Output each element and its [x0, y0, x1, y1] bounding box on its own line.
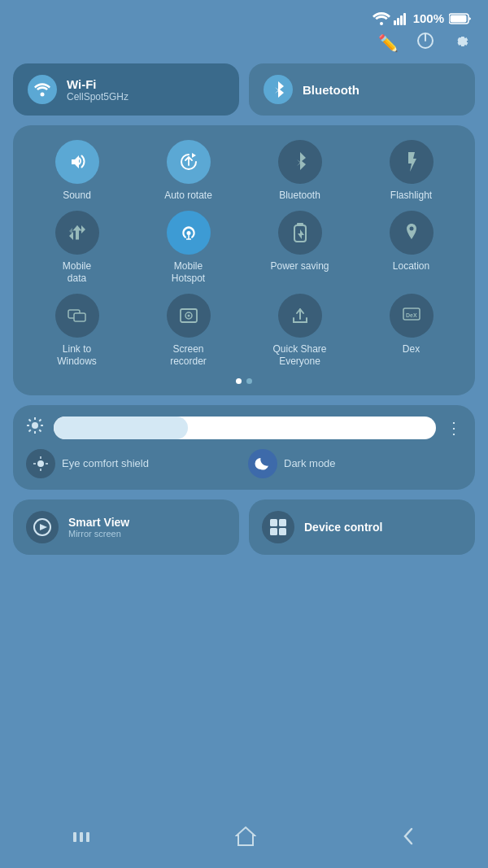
dex-label: Dex [403, 343, 420, 356]
home-icon[interactable] [235, 826, 256, 852]
mobile-data-icon [55, 211, 99, 255]
svg-point-29 [37, 460, 44, 467]
svg-line-26 [39, 430, 41, 432]
back-icon[interactable] [400, 826, 416, 852]
wifi-toggle[interactable]: Wi-Fi CellSpot5GHz [13, 63, 239, 116]
location-icon [390, 211, 434, 255]
bluetooth-toggle-icon [264, 75, 293, 104]
dark-mode-label: Dark mode [284, 457, 336, 469]
bluetooth-toggle[interactable]: Bluetooth [249, 63, 475, 116]
svg-rect-40 [73, 832, 76, 842]
qs-power-saving[interactable]: Power saving [246, 211, 354, 286]
recent-apps-icon[interactable] [72, 827, 91, 850]
svg-rect-6 [451, 15, 467, 22]
sound-icon [55, 140, 99, 184]
device-control-title: Device control [304, 521, 382, 534]
svg-point-20 [32, 422, 38, 429]
mobile-data-label: Mobile data [63, 260, 91, 286]
quick-share-icon [278, 294, 322, 338]
top-toggles: Wi-Fi CellSpot5GHz Bluetooth [0, 63, 488, 125]
svg-rect-36 [270, 519, 277, 526]
svg-line-25 [29, 420, 31, 421]
svg-marker-35 [40, 524, 47, 530]
smart-view-subtitle: Mirror screen [68, 529, 129, 539]
qs-bluetooth[interactable]: Bluetooth [246, 140, 354, 203]
screen-recorder-label: Screen recorder [170, 343, 207, 369]
link-windows-label: Link to Windows [57, 343, 97, 369]
eye-comfort-label: Eye comfort shield [62, 457, 149, 469]
sound-label: Sound [63, 190, 91, 203]
brightness-panel: ⋮ Eye comfort shield Dark mode [13, 405, 475, 490]
qs-sound[interactable]: Sound [23, 140, 131, 203]
brightness-row: ⋮ [26, 417, 462, 439]
svg-point-0 [380, 22, 383, 25]
dex-icon: DeX [390, 294, 434, 338]
comfort-row: Eye comfort shield Dark mode [26, 449, 462, 478]
bottom-tiles: Smart View Mirror screen Device control [0, 499, 488, 571]
eye-comfort-icon [26, 449, 55, 478]
smart-view-tile[interactable]: Smart View Mirror screen [13, 499, 239, 555]
qs-mobile-data[interactable]: Mobile data [23, 211, 131, 286]
wifi-title: Wi-Fi [67, 77, 129, 91]
device-control-icon [262, 511, 294, 543]
action-row: ✏️ [0, 30, 488, 63]
device-control-text: Device control [304, 521, 382, 534]
qs-dex[interactable]: DeX Dex [357, 294, 465, 369]
power-icon[interactable] [416, 32, 434, 54]
svg-point-17 [187, 314, 190, 316]
wifi-toggle-text: Wi-Fi CellSpot5GHz [67, 77, 129, 103]
svg-rect-2 [397, 18, 399, 25]
svg-line-28 [29, 430, 31, 432]
smart-view-icon [26, 511, 59, 543]
wifi-icon [373, 12, 390, 25]
qs-location[interactable]: Location [357, 211, 465, 286]
screen-recorder-icon [167, 294, 211, 338]
qs-auto-rotate[interactable]: Auto rotate [134, 140, 242, 203]
status-bar: 100% [0, 0, 488, 30]
hotspot-label: Mobile Hotspot [172, 260, 205, 286]
pagination-dots [23, 378, 465, 384]
dot-2 [246, 378, 252, 384]
brightness-fill [54, 417, 188, 439]
brightness-bar[interactable] [54, 417, 436, 439]
nav-bar [0, 813, 488, 868]
svg-rect-4 [403, 13, 406, 25]
battery-text: 100% [413, 11, 444, 25]
settings-icon[interactable] [452, 32, 470, 54]
flashlight-icon [390, 140, 434, 184]
bluetooth-label: Bluetooth [279, 190, 320, 203]
eye-comfort-item[interactable]: Eye comfort shield [26, 449, 240, 478]
smart-view-title: Smart View [68, 516, 129, 529]
auto-rotate-icon [167, 140, 211, 184]
wifi-subtitle: CellSpot5GHz [67, 91, 129, 103]
qs-flashlight[interactable]: Flashlight [357, 140, 465, 203]
wifi-toggle-icon [28, 75, 57, 104]
svg-rect-42 [86, 832, 89, 842]
svg-rect-1 [394, 20, 396, 25]
dark-mode-item[interactable]: Dark mode [248, 449, 462, 478]
battery-icon [449, 12, 472, 25]
power-saving-icon [278, 211, 322, 255]
svg-text:DeX: DeX [406, 312, 417, 318]
cellular-icon [394, 12, 408, 25]
bluetooth-title: Bluetooth [303, 83, 359, 97]
hotspot-icon [167, 211, 211, 255]
brightness-menu-icon[interactable]: ⋮ [446, 418, 462, 438]
auto-rotate-label: Auto rotate [164, 190, 212, 203]
device-control-tile[interactable]: Device control [249, 499, 475, 555]
svg-point-10 [186, 231, 190, 235]
edit-icon[interactable]: ✏️ [378, 33, 399, 53]
bluetooth-icon [278, 140, 322, 184]
svg-rect-38 [270, 528, 277, 535]
qs-quick-share[interactable]: Quick Share Everyone [246, 294, 354, 369]
qs-screen-recorder[interactable]: Screen recorder [134, 294, 242, 369]
svg-point-9 [41, 93, 45, 97]
location-label: Location [393, 260, 429, 273]
qs-link-windows[interactable]: Link to Windows [23, 294, 131, 369]
svg-line-27 [39, 420, 41, 421]
qs-hotspot[interactable]: Mobile Hotspot [134, 211, 242, 286]
smart-view-text: Smart View Mirror screen [68, 516, 129, 539]
link-windows-icon [55, 294, 99, 338]
bluetooth-toggle-text: Bluetooth [303, 83, 359, 97]
svg-rect-39 [279, 528, 286, 535]
